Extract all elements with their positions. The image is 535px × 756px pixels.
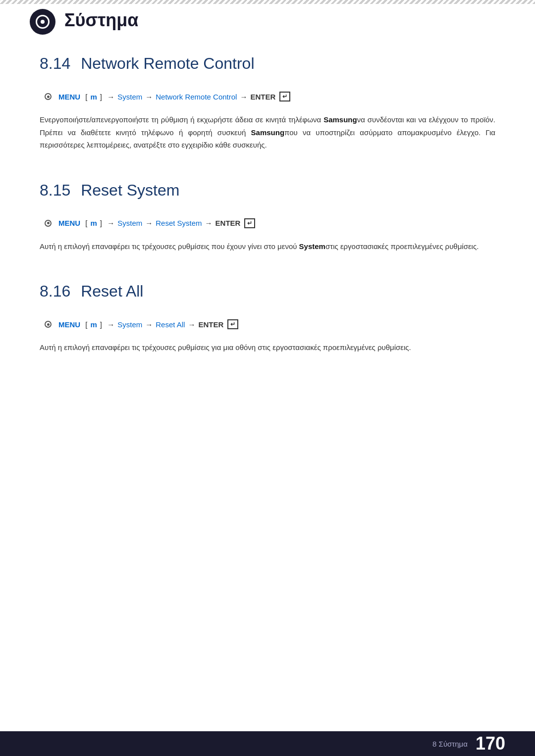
chapter-icon — [30, 9, 55, 35]
menu-item2-8-16: Reset All — [156, 320, 185, 329]
section-8-15-title: Reset System — [81, 181, 179, 199]
section-8-14-number: 8.14 — [40, 54, 70, 72]
menu-item1-8-16: System — [117, 320, 142, 329]
menu-arrow1-8-14: → — [107, 93, 114, 101]
section-8-16-title: Reset All — [81, 282, 143, 300]
menu-m-8-15: m — [91, 219, 97, 227]
menu-bullet-8-14 — [45, 93, 52, 100]
section-8-15-heading: 8.15 Reset System — [40, 181, 495, 204]
section-8-15: 8.15 Reset System MENU [m] → System → Re… — [40, 181, 495, 253]
menu-bracket-close-8-15: ] — [100, 219, 104, 227]
section-8-14-heading: 8.14 Network Remote Control — [40, 54, 495, 78]
menu-m-8-16: m — [91, 320, 97, 329]
menu-bracket-8-14: [ — [83, 93, 87, 101]
enter-icon-8-14: ↵ — [279, 92, 290, 101]
section-8-16-number: 8.16 — [40, 282, 70, 300]
top-border — [0, 0, 535, 4]
main-content: 8.14 Network Remote Control MENU [m] → S… — [0, 0, 535, 423]
menu-enter-8-15: ENTER — [215, 219, 241, 227]
footer: 8 Σύστημα 170 — [0, 731, 535, 756]
menu-m-8-14: m — [91, 93, 97, 101]
menu-bracket-close-8-14: ] — [100, 93, 104, 101]
menu-bullet-8-16 — [45, 321, 52, 328]
page-header: Σύστημα — [64, 10, 138, 31]
menu-arrow1-8-16: → — [107, 320, 114, 329]
chapter-icon-ring — [36, 15, 50, 29]
section-8-16-menu-path: MENU [m] → System → Reset All → ENTER ↵ — [45, 319, 495, 329]
section-8-14-body: Ενεργοποιήστε/απενεργοποιήστε τη ρύθμιση… — [40, 113, 495, 151]
menu-keyword-menu-8-16: MENU — [58, 320, 80, 329]
enter-icon-8-15: ↵ — [244, 218, 255, 228]
menu-bullet-inner-8-16 — [47, 323, 50, 326]
menu-enter-8-14: ENTER — [250, 93, 275, 101]
enter-icon-8-16: ↵ — [227, 319, 238, 329]
menu-keyword-menu-8-15: MENU — [58, 219, 80, 227]
section-8-15-number: 8.15 — [40, 181, 70, 199]
menu-keyword-menu-8-14: MENU — [58, 93, 80, 101]
menu-bracket-8-15: [ — [83, 219, 87, 227]
menu-item1-8-15: System — [117, 219, 142, 227]
section-8-16: 8.16 Reset All MENU [m] → System → Reset… — [40, 282, 495, 354]
menu-arrow3-8-16: → — [188, 320, 195, 329]
footer-label: 8 Σύστημα — [432, 740, 468, 748]
section-8-16-heading: 8.16 Reset All — [40, 282, 495, 305]
menu-arrow3-8-14: → — [240, 93, 247, 101]
section-8-14-menu-path: MENU [m] → System → Network Remote Contr… — [45, 92, 495, 101]
menu-bullet-inner-8-14 — [47, 96, 50, 98]
menu-item1-8-14: System — [117, 93, 142, 101]
menu-item2-8-15: Reset System — [156, 219, 202, 227]
menu-enter-8-16: ENTER — [198, 320, 223, 329]
section-8-16-body: Αυτή η επιλογή επαναφέρει τις τρέχουσες … — [40, 341, 495, 354]
menu-arrow1-8-15: → — [107, 219, 114, 227]
section-8-15-body: Αυτή η επιλογή επαναφέρει τις τρέχουσες … — [40, 240, 495, 253]
menu-item2-8-14: Network Remote Control — [156, 93, 237, 101]
menu-bracket-close-8-16: ] — [100, 320, 104, 329]
footer-page-number: 170 — [476, 733, 505, 754]
menu-bracket-8-16: [ — [83, 320, 87, 329]
menu-arrow2-8-15: → — [145, 219, 153, 227]
menu-arrow2-8-14: → — [145, 93, 153, 101]
chapter-icon-dot — [41, 20, 45, 24]
page-title: Σύστημα — [64, 10, 138, 31]
menu-bullet-8-15 — [45, 220, 52, 227]
menu-arrow2-8-16: → — [145, 320, 153, 329]
menu-arrow3-8-15: → — [205, 219, 213, 227]
section-8-14: 8.14 Network Remote Control MENU [m] → S… — [40, 54, 495, 151]
section-8-14-title: Network Remote Control — [81, 54, 254, 72]
menu-bullet-inner-8-15 — [47, 222, 50, 224]
section-8-15-menu-path: MENU [m] → System → Reset System → ENTER… — [45, 218, 495, 228]
